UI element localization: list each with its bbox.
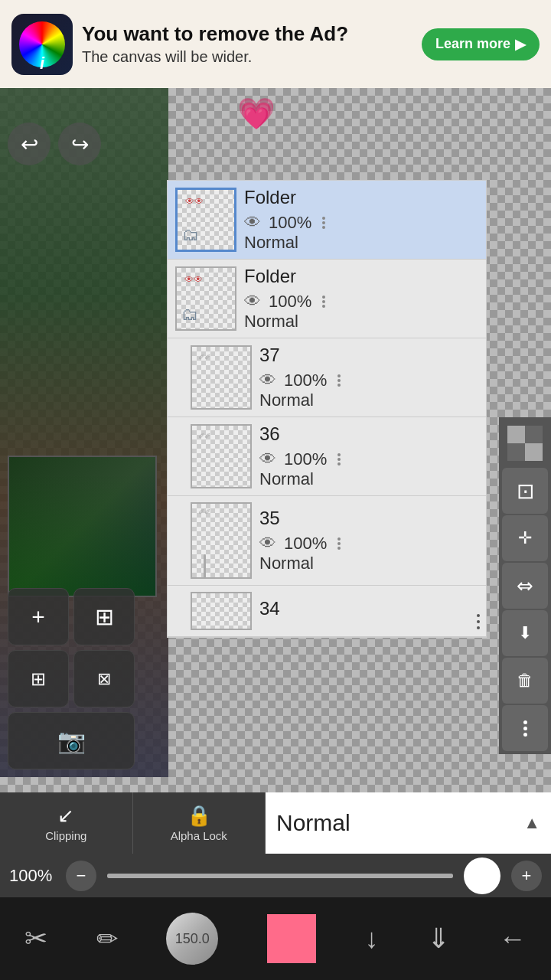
layer-item[interactable]: ✐✐ 35 👁 100% Normal [168, 496, 486, 586]
layer-thumbnail: 👁👁 🗂 [175, 266, 236, 331]
opacity-value: 100% [9, 866, 55, 886]
layer-folder-icon: 🗂 [182, 225, 199, 245]
layer-item[interactable]: 👁👁 🗂 Folder 👁 100% Normal [168, 260, 486, 338]
visibility-icon[interactable]: 👁 [259, 371, 276, 390]
opacity-decrease-button[interactable]: − [66, 861, 96, 891]
layer-blend-mode: Normal [259, 469, 478, 489]
checkerboard-tool[interactable] [502, 420, 548, 466]
visibility-icon[interactable]: 👁 [259, 534, 276, 554]
double-down-tool[interactable]: ⇓ [427, 923, 450, 955]
layer-opacity: 100% [284, 371, 330, 390]
more-tool[interactable] [502, 705, 548, 751]
layer-menu-button[interactable] [337, 453, 341, 466]
thumbnail-preview [9, 457, 155, 596]
blend-mode-arrow-icon: ▲ [523, 813, 540, 833]
clipping-icon: ↙ [57, 804, 74, 828]
layer-name: 34 [259, 598, 478, 619]
layer-item[interactable]: ✐✐ 37 👁 100% Normal [168, 338, 486, 417]
merge-button[interactable]: ⊠ [73, 650, 135, 707]
layer-opacity: 100% [284, 449, 330, 469]
ad-title: You want to remove the Ad? [82, 22, 412, 46]
layer-eyes-icon: 👁👁 [184, 274, 203, 285]
layer-thumbnail: ✐✐ [191, 502, 252, 579]
down-arrow-tool[interactable]: ↓ [365, 923, 379, 955]
layer-thumbnail [191, 592, 252, 630]
layer-opacity: 100% [269, 292, 315, 312]
svg-rect-2 [525, 426, 543, 443]
layer-controls: 👁 100% [244, 213, 478, 233]
layer-menu-button[interactable] [322, 217, 325, 229]
color-swatch[interactable] [267, 914, 316, 963]
bottom-toolbar: ↙ Clipping 🔒 Alpha Lock Normal ▲ [0, 792, 551, 854]
layer-info: 35 👁 100% Normal [259, 508, 478, 573]
alpha-lock-label: Alpha Lock [171, 829, 227, 842]
layer-menu-button[interactable] [322, 296, 325, 308]
flatten-tool[interactable]: ⬇ [502, 610, 548, 656]
visibility-icon[interactable]: 👁 [259, 449, 276, 469]
blend-mode-selector[interactable]: Normal ▲ [266, 792, 551, 854]
layer-info: Folder 👁 100% Normal [244, 266, 478, 332]
layer-controls: 👁 100% [259, 449, 478, 469]
layer-item[interactable]: 34 [168, 586, 486, 637]
canvas-area: 💗 ↩ ↪ + ⊞ ⊞ ⊠ 📷 👁👁 🗂 Folder [0, 88, 551, 980]
canvas-decoration: 💗 [237, 96, 276, 132]
layer-info: 36 👁 100% Normal [259, 423, 478, 489]
layer-info: 37 👁 100% Normal [259, 345, 478, 410]
more-options-button[interactable] [477, 614, 480, 629]
layer-controls: 👁 100% [259, 371, 478, 390]
down-arrow-icon: ↓ [365, 923, 379, 955]
right-toolbar: ⊡ ✛ ⇔ ⬇ 🗑 [499, 417, 551, 754]
flip-button[interactable]: ⊞ [73, 588, 135, 645]
layer-name: Folder [244, 187, 478, 208]
alpha-lock-tool[interactable]: 🔒 Alpha Lock [133, 792, 266, 854]
layer-menu-button[interactable] [337, 537, 341, 550]
app-icon: i [11, 14, 73, 75]
learn-more-button[interactable]: Learn more ▶ [422, 28, 540, 60]
layer-opacity: 100% [269, 213, 315, 233]
selection-tool[interactable]: ✂ [24, 923, 47, 955]
layer-item[interactable]: 👁👁 🗂 Folder 👁 100% Normal [168, 181, 486, 260]
svg-rect-0 [507, 426, 525, 443]
layer-blend-mode: Normal [244, 312, 478, 332]
back-button[interactable]: ← [499, 923, 527, 955]
opacity-slider[interactable] [107, 874, 453, 878]
opacity-circle-handle[interactable] [464, 858, 500, 894]
layer-blend-mode: Normal [244, 233, 478, 253]
reference-tool[interactable]: ⊡ [502, 468, 548, 514]
svg-rect-1 [525, 443, 543, 461]
bottom-nav: ✂ ✏ 150.0 ↓ ⇓ ← [0, 897, 551, 980]
ad-subtitle: The canvas will be wider. [82, 48, 412, 66]
transform-tool[interactable]: ✛ [502, 515, 548, 561]
layer-blend-mode: Normal [259, 554, 478, 573]
undo-redo-group: ↩ ↪ [8, 122, 101, 165]
brush-icon: ✏ [96, 923, 118, 954]
canvas-thumbnail[interactable] [8, 456, 157, 597]
learn-more-label: Learn more [435, 36, 510, 52]
left-control-group: + ⊞ ⊞ ⊠ 📷 [8, 588, 135, 769]
ad-text-block: You want to remove the Ad? The canvas wi… [82, 22, 412, 65]
layer-name: 35 [259, 508, 478, 529]
undo-button[interactable]: ↩ [8, 122, 51, 165]
layer-thumbnail: ✐✐ [191, 424, 252, 488]
layer-menu-button[interactable] [337, 374, 341, 387]
visibility-icon[interactable]: 👁 [244, 213, 261, 233]
layer-thumbnail: 👁👁 🗂 [175, 188, 236, 252]
clipping-tool[interactable]: ↙ Clipping [0, 792, 133, 854]
layer-controls: 👁 100% [244, 292, 478, 312]
clipping-label: Clipping [45, 829, 86, 842]
add-layer-button[interactable]: + [8, 588, 69, 645]
layer-group-button[interactable]: ⊞ [8, 650, 69, 707]
redo-button[interactable]: ↪ [58, 122, 101, 165]
flip-horizontal-tool[interactable]: ⇔ [502, 563, 548, 609]
camera-button[interactable]: 📷 [8, 712, 135, 769]
delete-tool[interactable]: 🗑 [502, 658, 548, 704]
opacity-increase-button[interactable]: + [511, 861, 542, 891]
brush-size-control[interactable]: 150.0 [166, 913, 218, 965]
brush-tool[interactable]: ✏ [96, 923, 118, 954]
visibility-icon[interactable]: 👁 [244, 292, 261, 312]
back-icon: ← [499, 923, 527, 955]
opacity-row: 100% − + [0, 854, 551, 897]
layer-info: 34 [259, 598, 478, 624]
layer-info: Folder 👁 100% Normal [244, 187, 478, 253]
layer-item[interactable]: ✐✐ 36 👁 100% Normal [168, 417, 486, 496]
